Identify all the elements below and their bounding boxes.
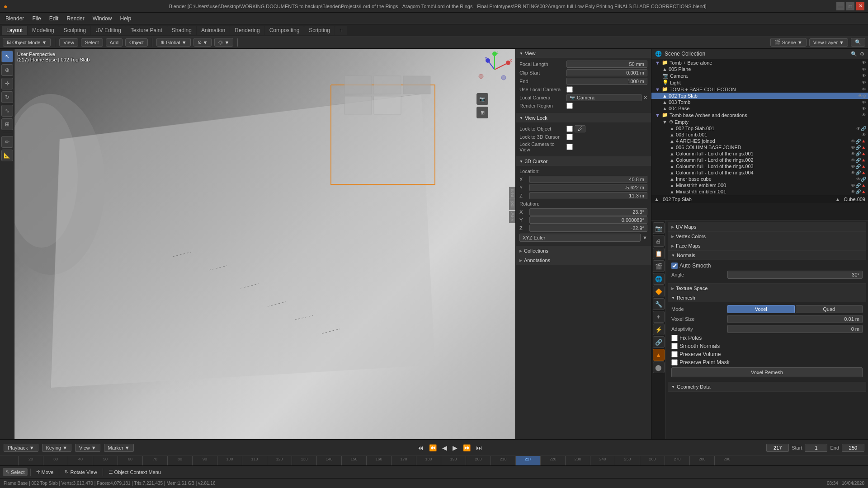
- focal-length-value[interactable]: 50 mm: [566, 61, 647, 68]
- data-props-button[interactable]: ▲: [653, 349, 665, 361]
- cursor-rx-value[interactable]: 23.3°: [529, 208, 647, 216]
- tab-scripting[interactable]: Scripting: [304, 26, 335, 35]
- cursor-y-value[interactable]: -5.622 m: [529, 184, 647, 191]
- constraints-props-button[interactable]: 🔗: [653, 336, 665, 348]
- annotate-tool-button[interactable]: ✏: [1, 136, 13, 148]
- transform-tool-button[interactable]: ⊞: [1, 118, 13, 130]
- orthographic-toggle[interactable]: ⊞: [476, 107, 488, 118]
- scale-tool-button[interactable]: ⤡: [1, 105, 13, 117]
- menu-render[interactable]: Render: [63, 14, 88, 23]
- output-props-button[interactable]: 🖨: [653, 235, 665, 247]
- rotation-mode-value[interactable]: XYZ Euler: [519, 234, 641, 242]
- smooth-normals-checkbox[interactable]: [671, 343, 678, 349]
- visibility-icon[interactable]: 👁: [851, 145, 855, 150]
- outliner-item-004-base[interactable]: ▲ 004 Base 👁: [651, 105, 868, 112]
- outliner-item-coloumn003[interactable]: ▲ Coloumn full - Lord of the rings.003 👁…: [651, 163, 868, 169]
- frame-ruler[interactable]: 20 30 40 50 60 70 80 90 100 110 120 130 …: [0, 455, 868, 465]
- cursor-tool-button[interactable]: ⊕: [1, 64, 13, 76]
- adaptivity-value[interactable]: 0 m: [727, 325, 863, 333]
- view-menu[interactable]: View: [59, 38, 78, 47]
- maximize-button[interactable]: □: [846, 2, 854, 10]
- scene-props-button[interactable]: 🎬: [653, 260, 665, 272]
- outliner-item-003tomb001[interactable]: ▲ 003 Tomb.001 👁: [651, 131, 868, 138]
- visibility-icon[interactable]: 👁: [851, 183, 855, 188]
- outliner-item-inner-base[interactable]: ▲ Inner base cube 👁 🔗: [651, 176, 868, 182]
- outliner-item-coloumn004[interactable]: ▲ Coloumn full - Lord of the rings.004 👁…: [651, 169, 868, 176]
- move-tool-button[interactable]: ✛: [1, 78, 13, 89]
- outliner-item-coloumn001[interactable]: ▲ Coloumn full - Lord of the rings.001 👁…: [651, 150, 868, 157]
- view-lock-header[interactable]: ▼ View Lock: [516, 113, 651, 122]
- tab-modeling[interactable]: Modeling: [28, 26, 59, 35]
- measure-tool-button[interactable]: 📐: [1, 150, 13, 161]
- rotate-view-button[interactable]: ↻ Rotate View: [62, 468, 99, 476]
- menu-blender[interactable]: Blender: [2, 14, 28, 23]
- visibility-icon[interactable]: 👁: [851, 189, 855, 194]
- outliner-item-empty[interactable]: ▼ ⊕ Empty: [651, 118, 868, 125]
- quad-mode-button[interactable]: Quad: [796, 305, 863, 313]
- visibility-icon[interactable]: 👁: [862, 73, 866, 78]
- cursor-z-value[interactable]: 11.3 m: [529, 192, 647, 199]
- tab-sculpting[interactable]: Sculpting: [59, 26, 90, 35]
- selectable-icon[interactable]: ⊙: [863, 94, 866, 99]
- tab-texture-paint[interactable]: Texture Paint: [126, 26, 167, 35]
- play-button[interactable]: ▶: [452, 443, 458, 452]
- rotation-mode-chevron[interactable]: ▼: [642, 235, 647, 240]
- tab-shading[interactable]: Shading: [167, 26, 196, 35]
- playback-dropdown[interactable]: Playback ▼: [4, 444, 38, 452]
- visibility-icon[interactable]: 👁: [851, 139, 855, 144]
- visibility-icon[interactable]: 👁: [862, 132, 866, 137]
- outliner-item-tomb-base-collection[interactable]: ▼ 📁 TOMB + BASE COLLECTION 👁: [651, 86, 868, 93]
- object-props-button[interactable]: 🔶: [653, 286, 665, 297]
- object-menu[interactable]: Object: [125, 38, 148, 47]
- world-props-button[interactable]: 🌐: [653, 273, 665, 285]
- view-panel-tab[interactable]: View: [509, 211, 515, 223]
- tab-add[interactable]: +: [335, 26, 347, 35]
- visibility-icon[interactable]: 👁: [862, 106, 866, 111]
- keying-dropdown[interactable]: Keying ▼: [42, 444, 72, 452]
- visibility-icon[interactable]: 👁: [851, 158, 855, 163]
- voxel-remesh-button[interactable]: Voxel Remesh: [671, 367, 863, 377]
- view-dropdown[interactable]: View ▼: [75, 444, 100, 452]
- outliner-item-emblem000[interactable]: ▲ Minastrith emblem.000 👁 🔗 🔺: [651, 182, 868, 188]
- auto-smooth-checkbox[interactable]: [671, 263, 678, 269]
- lock-camera-checkbox[interactable]: [566, 144, 573, 150]
- select-menu[interactable]: Select: [81, 38, 103, 47]
- cursor-x-value[interactable]: 40.8 m: [529, 176, 647, 183]
- voxel-size-value[interactable]: 0.01 m: [727, 315, 863, 323]
- outliner-item-003-tomb[interactable]: ▲ 003 Tomb 👁: [651, 99, 868, 105]
- start-frame[interactable]: 1: [805, 444, 827, 452]
- view-section-header[interactable]: ▼ View: [516, 49, 651, 58]
- outliner-item-coloumn002[interactable]: ▲ Coloumn full - Lord of the rings.002 👁…: [651, 157, 868, 163]
- visibility-icon[interactable]: 👁: [851, 170, 855, 175]
- view-layer-props-button[interactable]: 📋: [653, 248, 665, 259]
- jump-end-button[interactable]: ⏭: [475, 443, 483, 452]
- outliner-settings-button[interactable]: ⚙: [860, 51, 864, 57]
- prev-frame-button[interactable]: ⏪: [428, 443, 438, 452]
- proportional-edit[interactable]: ◎ ▼: [214, 38, 233, 47]
- select-tool-button[interactable]: ↖: [1, 51, 13, 62]
- remesh-header[interactable]: ▼ Remesh: [668, 293, 866, 302]
- close-button[interactable]: ✕: [856, 2, 864, 10]
- visibility-icon[interactable]: 👁: [851, 164, 855, 169]
- visibility-icon[interactable]: 👁: [862, 87, 866, 92]
- outliner-item-005plane[interactable]: ▲ 005 Plane 👁: [651, 66, 868, 72]
- lock-to-object-checkbox[interactable]: [566, 126, 573, 132]
- lock-to-object-picker[interactable]: 🖊: [575, 125, 585, 132]
- current-frame[interactable]: 217: [766, 444, 789, 452]
- scene-dropdown[interactable]: 🎬 Scene ▼: [770, 38, 807, 47]
- cursor-ry-value[interactable]: 0.000089°: [529, 216, 647, 224]
- preserve-paint-checkbox[interactable]: [671, 359, 678, 366]
- navigation-gizmo[interactable]: X Y Z: [476, 52, 513, 88]
- mode-dropdown[interactable]: ⊞ Object Mode ▼: [3, 38, 51, 47]
- visibility-icon[interactable]: 👁: [862, 100, 866, 105]
- next-frame-button[interactable]: ⏩: [462, 443, 472, 452]
- transform-orientation[interactable]: ⊕ Global ▼: [156, 38, 191, 47]
- render-region-checkbox[interactable]: [566, 103, 573, 109]
- use-local-camera-checkbox[interactable]: [566, 86, 573, 93]
- outliner-item-tomb-base[interactable]: ▼ 📁 Tomb + Base alone 👁: [651, 59, 868, 66]
- cursor-rz-value[interactable]: -22.9°: [529, 225, 647, 232]
- tab-animation[interactable]: Animation: [197, 26, 230, 35]
- clip-end-value[interactable]: 1000 m: [566, 78, 647, 85]
- face-maps-header[interactable]: ▶ Face Maps: [668, 241, 866, 250]
- constraint-icon[interactable]: 🔗: [861, 126, 866, 131]
